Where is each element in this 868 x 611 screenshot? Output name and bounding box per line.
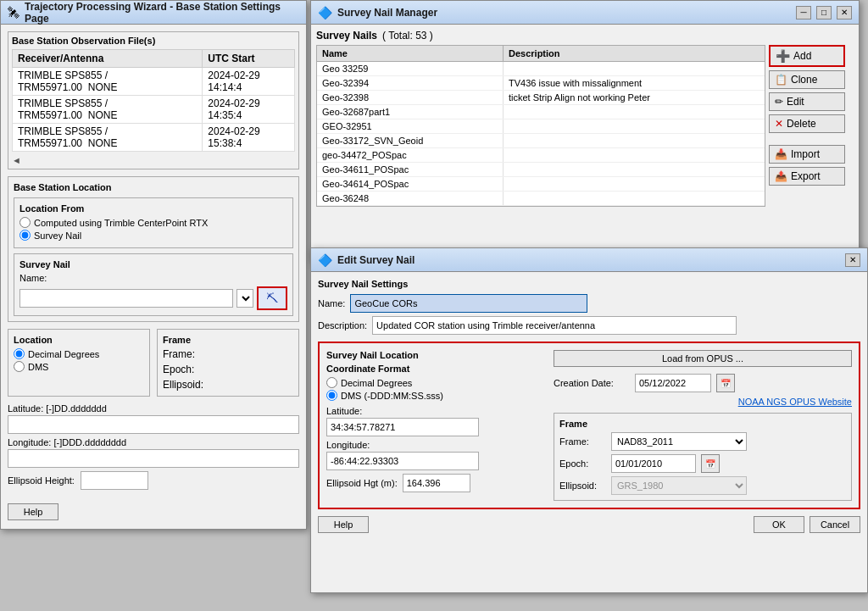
edit-help-button[interactable]: Help: [318, 516, 369, 533]
frame-select[interactable]: NAD83_2011: [611, 432, 747, 451]
survey-nail-section-label: Survey Nail: [19, 259, 287, 269]
trajectory-icon: 🛰: [8, 6, 19, 19]
radio-centerpoint-input[interactable]: [19, 217, 31, 228]
edit-name-label: Name:: [318, 298, 345, 308]
clone-button[interactable]: 📋 Clone: [769, 70, 845, 89]
survey-nail-pick-button[interactable]: ⛏: [257, 286, 287, 310]
ellipsoid-hgt-input[interactable]: [403, 474, 470, 492]
radio-centerpoint[interactable]: Computed using Trimble CenterPoint RTX: [19, 217, 287, 228]
list-item[interactable]: GEO-32951: [317, 119, 765, 134]
trajectory-wizard-title: Trajectory Processing Wizard - Base Stat…: [25, 1, 299, 25]
nail-manager-window: 🔷 Survey Nail Manager ─ □ ✕ Survey Nails…: [310, 0, 860, 263]
radio-survey-nail-input[interactable]: [19, 230, 31, 241]
name-label: Name:: [19, 273, 47, 283]
cancel-button[interactable]: Cancel: [810, 516, 860, 533]
ellipsoid-height-input[interactable]: [81, 471, 148, 490]
ellipsoid-hgt-label: Ellipsoid Hgt (m):: [326, 478, 398, 488]
ellipsoid-select: GRS_1980: [611, 476, 747, 495]
edit-button[interactable]: ✏ Edit: [769, 92, 845, 111]
survey-nail-dropdown[interactable]: [236, 289, 253, 308]
nail-manager-title: Survey Nail Manager: [337, 7, 791, 19]
edit-dialog-close[interactable]: ✕: [845, 253, 860, 267]
radio-dms-label: DMS: [28, 362, 48, 372]
radio-dd[interactable]: [14, 348, 25, 359]
longitude-input[interactable]: [8, 449, 299, 468]
pickaxe-icon: ⛏: [266, 292, 278, 305]
frame-section-label: Frame: [163, 335, 293, 345]
survey-nail-name-input[interactable]: [19, 289, 233, 308]
list-item[interactable]: Geo 33259: [317, 62, 765, 76]
load-opus-button[interactable]: Load from OPUS ...: [554, 350, 852, 367]
total-label: Survey Nails: [316, 30, 377, 42]
settings-section-label: Survey Nail Settings: [318, 279, 860, 289]
longitude-field[interactable]: [326, 452, 479, 470]
list-item[interactable]: Geo-36248: [317, 192, 765, 206]
edit-survey-nail-dialog: 🔷 Edit Survey Nail ✕ Survey Nail Setting…: [310, 247, 868, 593]
table-row: TRIMBLE SPS855 / TRM55971.00 NONE 2024-0…: [13, 68, 295, 96]
radio-centerpoint-label: Computed using Trimble CenterPoint RTX: [34, 218, 208, 228]
add-button[interactable]: ➕ Add: [769, 45, 845, 67]
radio-dms[interactable]: [14, 361, 25, 372]
close-button[interactable]: ✕: [837, 6, 852, 19]
list-item[interactable]: Geo-34614_POSpac: [317, 177, 765, 192]
latitude-field[interactable]: [326, 418, 479, 436]
noaa-link[interactable]: NOAA NGS OPUS Website: [738, 397, 852, 407]
obs-files-table: Receiver/Antenna UTC Start TRIMBLE SPS85…: [12, 49, 295, 152]
ok-button[interactable]: OK: [754, 516, 804, 533]
cell-utc: 2024-02-29 14:14:4: [203, 68, 295, 96]
location-from-label: Location From: [19, 203, 287, 214]
calendar-button[interactable]: 📅: [716, 374, 735, 392]
ellipsoid-height-label: Ellipsoid Height:: [8, 475, 75, 486]
list-item[interactable]: Geo-32398 ticket Strip Align not working…: [317, 91, 765, 105]
latitude-input[interactable]: [8, 415, 299, 434]
epoch-calendar-button[interactable]: 📅: [701, 454, 720, 473]
radio-survey-nail[interactable]: Survey Nail: [19, 230, 287, 241]
latitude-field-label: Latitude:: [326, 406, 547, 416]
frame-label-edit: Frame: [559, 419, 846, 429]
radio-dd-edit-label: Decimal Degrees: [341, 378, 412, 388]
trajectory-wizard-titlebar: 🛰 Trajectory Processing Wizard - Base St…: [1, 1, 306, 25]
list-item[interactable]: Geo-33172_SVN_Geoid: [317, 134, 765, 148]
edit-name-input[interactable]: [350, 294, 587, 313]
table-row: TRIMBLE SPS855 / TRM55971.00 NONE 2024-0…: [13, 124, 295, 152]
cell-utc: 2024-02-29 15:38:4: [203, 124, 295, 152]
location-label: Location: [14, 335, 144, 345]
list-item[interactable]: Geo-32687part1: [317, 105, 765, 119]
export-icon: 📤: [775, 170, 787, 182]
list-item[interactable]: Geo-34611_POSpac: [317, 163, 765, 177]
location-section-label: Survey Nail Location: [326, 350, 547, 360]
cell-receiver: TRIMBLE SPS855 / TRM55971.00 NONE: [13, 68, 203, 96]
delete-button[interactable]: ✕ Delete: [769, 114, 845, 133]
epoch-input[interactable]: [611, 454, 696, 473]
list-item[interactable]: geo-34472_POSpac: [317, 148, 765, 163]
clone-icon: 📋: [775, 74, 787, 86]
import-icon: 📥: [775, 148, 787, 160]
scroll-left[interactable]: ◄: [12, 155, 295, 165]
minimize-button[interactable]: ─: [796, 6, 811, 19]
frame-label-bg: Frame:: [163, 348, 195, 360]
ellipsoid-label-bg: Ellipsoid:: [163, 379, 203, 391]
cell-receiver: TRIMBLE SPS855 / TRM55971.00 NONE: [13, 124, 203, 152]
edit-dialog-title: Edit Survey Nail: [337, 254, 840, 266]
edit-dialog-titlebar: 🔷 Edit Survey Nail ✕: [311, 248, 867, 272]
total-count: ( Total: 53 ): [382, 30, 433, 42]
creation-date-input[interactable]: [635, 374, 711, 392]
import-button[interactable]: 📥 Import: [769, 145, 845, 164]
radio-dd-edit[interactable]: [326, 377, 337, 388]
radio-survey-nail-label: Survey Nail: [34, 231, 81, 241]
nail-manager-titlebar: 🔷 Survey Nail Manager ─ □ ✕: [311, 1, 859, 25]
latitude-label: Latitude: [-]DD.ddddddd: [8, 403, 299, 414]
add-icon: ➕: [776, 49, 790, 63]
trajectory-wizard-window: 🛰 Trajectory Processing Wizard - Base St…: [0, 0, 307, 530]
maximize-button[interactable]: □: [816, 6, 832, 19]
export-button[interactable]: 📤 Export: [769, 167, 845, 186]
edit-description-input[interactable]: [372, 316, 737, 335]
base-station-location-label: Base Station Location: [14, 182, 293, 192]
ellipsoid-field-label2: Ellipsoid:: [559, 480, 606, 491]
delete-icon: ✕: [775, 118, 783, 130]
cell-utc: 2024-02-29 14:35:4: [203, 96, 295, 124]
bg-help-button[interactable]: Help: [8, 503, 58, 520]
radio-dms-edit-label: DMS (-DDD:MM:SS.sss): [341, 391, 443, 401]
list-item[interactable]: Geo-32394 TV436 issue with missalignment: [317, 76, 765, 91]
radio-dms-edit[interactable]: [326, 390, 337, 401]
